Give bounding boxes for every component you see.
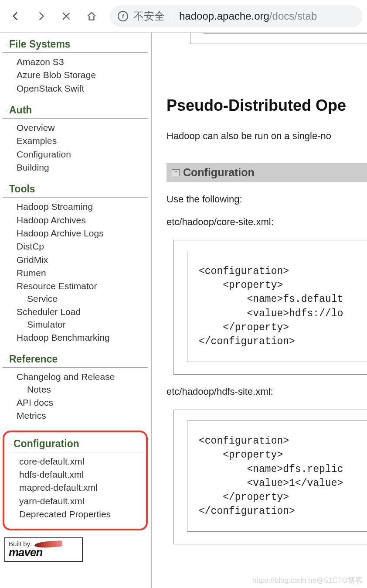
page-body: File Systems Amazon S3 Azure Blob Storag… — [0, 33, 367, 588]
use-following-text: Use the following: — [167, 194, 367, 205]
site-status-label: 不安全 — [133, 9, 165, 23]
sidebar-item-mapred-default[interactable]: mapred-default.xml — [19, 481, 143, 494]
sidebar-item-examples[interactable]: Examples — [17, 134, 148, 147]
sidebar-item-archives[interactable]: Hadoop Archives — [17, 214, 148, 227]
nav-section-auth: Auth Overview Examples Configuration Bui… — [3, 103, 148, 176]
section-anchor-icon[interactable] — [172, 169, 180, 176]
built-by-badge[interactable]: Built by: maven — [4, 537, 83, 562]
sidebar-item-scheduler-load[interactable]: Scheduler LoadSimulator — [17, 305, 148, 331]
sidebar-item-overview[interactable]: Overview — [17, 121, 148, 134]
file-label-hdfs-site: etc/hadoop/hdfs-site.xml: — [167, 386, 367, 397]
sidebar-item-core-default[interactable]: core-default.xml — [19, 455, 143, 468]
stop-button[interactable] — [55, 5, 78, 27]
sidebar-item-gridmix[interactable]: GridMix — [17, 253, 148, 267]
sidebar-item-distcp[interactable]: DistCp — [17, 240, 148, 253]
nav-heading[interactable]: File Systems — [3, 37, 148, 53]
sidebar-item-yarn-default[interactable]: yarn-default.xml — [19, 495, 143, 508]
nav-heading[interactable]: Tools — [3, 182, 148, 198]
url-path: /docs/stab — [269, 10, 317, 22]
section-header-configuration: Configuration — [167, 163, 367, 182]
sidebar-item-metrics[interactable]: Metrics — [17, 409, 148, 422]
main-content: Pseudo-Distributed Ope Hadoop can also b… — [152, 33, 367, 588]
codebox-fragment-top — [190, 33, 367, 44]
sidebar-item-resource-estimator[interactable]: Resource EstimatorService — [17, 280, 148, 305]
sidebar-item-rumen[interactable]: Rumen — [17, 267, 148, 280]
code-box-hdfs-site: <configuration> <property> <name>dfs.rep… — [173, 410, 367, 544]
watermark: https://blog.csdn.ne@51CTO博客 — [252, 575, 363, 585]
sidebar-item-api-docs[interactable]: API docs — [17, 396, 148, 409]
nav-heading[interactable]: Configuration — [7, 437, 143, 452]
sidebar-item-building[interactable]: Building — [17, 161, 148, 174]
nav-section-file-systems: File Systems Amazon S3 Azure Blob Storag… — [3, 37, 148, 97]
url-host: hadoop.apache.org — [179, 10, 269, 22]
nav-heading[interactable]: Reference — [3, 352, 148, 368]
sidebar-item-configuration[interactable]: Configuration — [17, 148, 148, 161]
sidebar-item-openstack[interactable]: OpenStack Swift — [17, 82, 148, 95]
address-divider — [172, 9, 172, 23]
home-button[interactable] — [80, 5, 103, 27]
nav-section-tools: Tools Hadoop Streaming Hadoop Archives H… — [3, 182, 148, 346]
sidebar-item-changelog[interactable]: Changelog and ReleaseNotes — [17, 370, 148, 396]
browser-toolbar: i 不安全 hadoop.apache.org /docs/stab — [0, 0, 367, 33]
address-bar[interactable]: i 不安全 hadoop.apache.org /docs/stab — [110, 5, 363, 27]
page-title: Pseudo-Distributed Ope — [167, 96, 367, 115]
nav-section-configuration-highlight: Configuration core-default.xml hdfs-defa… — [3, 431, 148, 531]
maven-logo: maven — [9, 546, 78, 559]
sidebar-item-deprecated[interactable]: Deprecated Properties — [19, 508, 143, 521]
sidebar-item-benchmarking[interactable]: Hadoop Benchmarking — [17, 331, 148, 344]
sidebar-item-amazon-s3[interactable]: Amazon S3 — [17, 55, 148, 68]
code-content: <configuration> <property> <name>fs.defa… — [187, 251, 367, 362]
sidebar: File Systems Amazon S3 Azure Blob Storag… — [0, 33, 152, 588]
sidebar-item-hdfs-default[interactable]: hdfs-default.xml — [19, 468, 143, 481]
file-label-core-site: etc/hadoop/core-site.xml: — [167, 216, 367, 228]
code-content: <configuration> <property> <name>dfs.rep… — [187, 420, 367, 532]
section-header-label: Configuration — [183, 166, 255, 179]
code-box-core-site: <configuration> <property> <name>fs.defa… — [173, 240, 367, 375]
back-button[interactable] — [4, 5, 27, 27]
sidebar-item-archive-logs[interactable]: Hadoop Archive Logs — [17, 227, 148, 240]
nav-heading[interactable]: Auth — [3, 103, 148, 119]
intro-paragraph: Hadoop can also be run on a single-no — [167, 130, 367, 142]
sidebar-item-azure-blob[interactable]: Azure Blob Storage — [17, 68, 148, 82]
sidebar-item-streaming[interactable]: Hadoop Streaming — [17, 200, 148, 213]
site-info-icon[interactable]: i — [118, 11, 128, 21]
nav-section-reference: Reference Changelog and ReleaseNotes API… — [3, 352, 148, 424]
forward-button[interactable] — [30, 5, 52, 27]
